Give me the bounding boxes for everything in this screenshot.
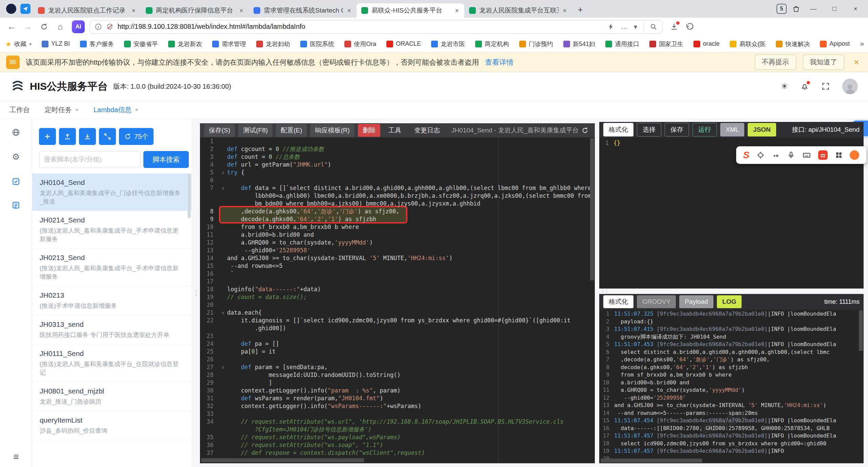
code-line[interactable]: 6 (200, 176, 595, 184)
code-line[interactable]: 8 ,decode(a.ghks00,'64','急诊','门诊') as sf… (200, 208, 595, 215)
extensions-bag-icon[interactable] (792, 5, 800, 13)
editor-toolbar-button[interactable]: 测试(F8) (238, 124, 272, 137)
bookmark-item[interactable]: ORACLE (386, 40, 421, 47)
history-undo-icon[interactable] (685, 22, 694, 31)
request-toolbar-button[interactable]: 选择 (637, 123, 661, 136)
bookmark-item[interactable]: 龙岩新农 (168, 40, 202, 48)
new-tab-button[interactable]: + (574, 3, 586, 16)
nav-globe-icon[interactable] (12, 128, 20, 137)
code-line[interactable]: 2 def cgcount = 0 //推送成功条数 (200, 145, 595, 153)
warning-close-icon[interactable]: × (851, 57, 862, 68)
code-line[interactable]: 21 ∨ data.each{ (200, 309, 595, 317)
bookmark-item[interactable]: 通用接口 (605, 40, 639, 48)
window-close-button[interactable]: × (848, 2, 863, 16)
code-line[interactable]: 36 // request.setAttribute("ws.soap", "1… (200, 441, 595, 449)
ime-skin-gift-icon[interactable] (818, 150, 828, 160)
add-script-button[interactable] (39, 128, 56, 145)
bookmark-item[interactable]: 需求管理 (212, 40, 246, 48)
bookmark-item[interactable]: 龙岩妇幼 (256, 40, 290, 48)
site-info-icon[interactable] (95, 23, 102, 30)
request-toolbar-button[interactable]: XML (720, 123, 744, 136)
bookmark-item[interactable]: 客户服务 (80, 40, 114, 48)
url-text[interactable]: http://198.9.100.128:8081/web/index.html… (118, 23, 305, 30)
code-line[interactable]: 34 // request.setAttribute("ws.url", 'ht… (200, 418, 595, 426)
url-dropdown-icon[interactable]: ▾ (634, 23, 637, 31)
forward-button[interactable]: → (21, 20, 35, 34)
code-line[interactable]: 23 (200, 332, 595, 340)
bookmark-item[interactable]: 国家卫生 (649, 40, 683, 48)
code-line[interactable]: 12 a.GHRQ00 = to_char(sysdate,'yyyyMMdd'… (200, 239, 595, 247)
code-line[interactable]: ?CfgItem=JH0104门诊挂号信息新增服务') (200, 426, 595, 433)
more-actions-icon[interactable]: … (621, 23, 628, 30)
user-avatar[interactable] (842, 79, 858, 94)
script-list-scrollbar[interactable] (188, 174, 190, 218)
code-line[interactable]: .ghid00]) (200, 324, 595, 332)
script-search-input[interactable] (39, 151, 141, 168)
nav-settings-gear-icon[interactable]: ⚙ (12, 152, 20, 162)
tab-count-badge[interactable]: 5 (776, 4, 787, 14)
request-toolbar-button[interactable]: 运行 (692, 123, 717, 136)
downloads-icon[interactable] (670, 22, 679, 31)
nav-tasks-panel-icon[interactable] (12, 201, 20, 210)
script-list-item[interactable]: queryItemList 沙县_多码协同_价目查询 (32, 411, 191, 440)
code-line[interactable]: 11 a.brid00=b.brid00 and (200, 231, 595, 239)
window-minimize-button[interactable]: — (806, 2, 821, 16)
code-line[interactable]: 28 messageId:UUID.randomUUID().toString(… (200, 371, 595, 379)
nav-scripts-panel-icon[interactable] (12, 177, 20, 186)
browser-tab[interactable]: 易联众-HIS公共服务平台 × (357, 3, 464, 18)
bookmarks-overflow-icon[interactable]: » (860, 40, 864, 48)
tab-close-icon[interactable]: × (131, 7, 136, 15)
editor-toolbar-button[interactable]: 保存(S) (204, 124, 235, 137)
fold-icon[interactable]: ∨ (219, 363, 227, 371)
bookmark-item[interactable]: 使用Ora (344, 40, 376, 48)
refresh-count-button[interactable]: 75个 (119, 128, 154, 145)
page-tab[interactable]: 工作台 (9, 105, 30, 114)
import-upload-button[interactable] (59, 128, 76, 145)
browser-tab[interactable]: 两定机构医疗保障信息平台 × (141, 3, 249, 18)
url-bar[interactable]: http://198.9.100.128:8081/web/index.html… (89, 20, 662, 34)
panel-splitter-handle[interactable]: ⋮ (193, 286, 199, 300)
page-tab[interactable]: Lambda信息 × (94, 105, 138, 114)
home-button[interactable]: ⌂ (54, 20, 67, 34)
code-line[interactable]: 17 (200, 278, 595, 285)
browser-tab[interactable]: 需求管理在线系统Startech Cl × (249, 3, 357, 18)
code-line[interactable]: 37 // def respone = context.dispatch("ws… (200, 449, 595, 457)
bookmark-item[interactable]: 安徽省平 (124, 40, 158, 48)
ime-punctuation-icon[interactable] (772, 151, 780, 159)
code-line[interactable]: 22 it.diagnosis = []`select icd900,zdmc0… (200, 317, 595, 324)
menu-toggle-icon[interactable]: ≡ (0, 451, 32, 462)
request-toolbar-button[interactable]: JSON (748, 123, 776, 136)
bookmark-item[interactable]: 两定机构 (475, 40, 509, 48)
reload-button[interactable] (37, 20, 51, 34)
script-list-item[interactable]: JH0313_send 医技用药接口服务 专门用于医技血透室处方开单 (32, 315, 191, 344)
pinned-app-icon[interactable] (20, 4, 31, 14)
bookmark-item[interactable]: 门诊预约 (519, 40, 553, 48)
request-toolbar-button[interactable]: 格式化 (603, 123, 633, 136)
notifications-bell-icon[interactable] (800, 82, 809, 91)
script-search-button[interactable]: 脚本搜索 (143, 151, 189, 168)
bookmark-item[interactable]: YLZ BI (42, 40, 70, 47)
code-line[interactable]: 31 def wsParams = render(param,"JH0104.f… (200, 395, 595, 402)
bookmark-item[interactable]: oracle (693, 40, 720, 47)
request-toolbar-button[interactable]: 保存 (665, 123, 689, 136)
log-toolbar-button[interactable]: LOG (717, 295, 742, 308)
log-output[interactable]: 1 11:51:07.325 [9fc9ec3aabdb4ec6968a7a79… (599, 310, 864, 463)
code-line[interactable]: 25 pa[0] = it (200, 348, 595, 356)
script-list-item[interactable]: JH0213 (推送)手术申请信息新增服务 (32, 286, 191, 315)
log-toolbar-button[interactable]: GROOVY (637, 295, 676, 308)
script-list-item[interactable]: JH0213_Send (推送)龙岩人民_嘉和美康集成平台_手术申请信息新增服务 (32, 249, 191, 286)
code-line[interactable]: 7 ∨ def data = []`select distinct a.brid… (200, 184, 595, 192)
browser-tab[interactable]: 龙岩人民医院集成平台互联互 × (464, 3, 572, 18)
bookmark-item[interactable]: 快速解决 (776, 40, 810, 48)
tab-close-icon[interactable]: × (454, 7, 460, 15)
code-editor[interactable]: 1 2 def cgcount = 0 //推送成功条数 3 def count… (200, 137, 595, 463)
ime-grid-icon[interactable] (835, 151, 843, 159)
browser-logo-icon[interactable] (6, 4, 16, 14)
editor-toolbar-button[interactable]: 变更日志 (409, 124, 445, 137)
tab-close-icon[interactable]: × (346, 7, 352, 15)
bolt-icon[interactable] (607, 23, 615, 30)
code-line[interactable]: 13 --ghid00='25289958' (200, 247, 595, 254)
bookmark-item[interactable]: Apipost (820, 40, 850, 47)
code-line[interactable]: 4 def url = getParam("JHMK.url") (200, 161, 595, 169)
code-line[interactable]: 20 (200, 301, 595, 309)
